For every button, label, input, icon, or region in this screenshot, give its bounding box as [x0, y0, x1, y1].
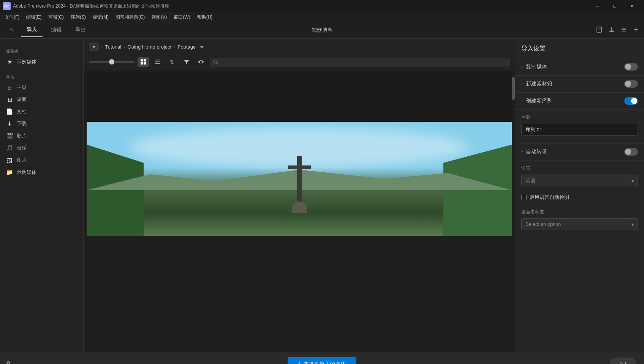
size-slider-track[interactable]	[89, 61, 134, 63]
list-view-button[interactable]	[152, 57, 163, 67]
menu-clip[interactable]: 剪辑(C)	[45, 13, 67, 22]
create-sequence-toggle[interactable]	[624, 97, 638, 105]
new-bin-label: 新建素材箱	[526, 80, 552, 87]
export-icon[interactable]	[608, 26, 615, 35]
search-box[interactable]	[210, 58, 510, 66]
minimize-button[interactable]: ─	[589, 0, 606, 12]
thumbnail-top-area	[87, 72, 512, 122]
visibility-button[interactable]	[195, 57, 207, 67]
auto-transcribe-toggle[interactable]	[624, 148, 638, 156]
menu-sequence[interactable]: 序列(S)	[68, 13, 89, 22]
search-icon	[213, 59, 218, 65]
menu-help[interactable]: 帮助(H)	[194, 13, 216, 22]
sidebar-item-label: 桌面	[17, 96, 27, 103]
sidebar-item-label: 下载	[17, 120, 27, 127]
sequence-name-label: 名称	[521, 114, 638, 121]
new-bin-toggle[interactable]	[624, 80, 638, 88]
svg-line-13	[217, 63, 218, 64]
nav-center-title: 知软博客	[312, 27, 333, 34]
document-icon: 📄	[6, 108, 13, 115]
collapse-icon[interactable]	[633, 26, 639, 35]
downloads-icon: ⬇	[6, 120, 13, 127]
auto-detect-checkbox[interactable]	[521, 195, 527, 200]
menu-marker[interactable]: 标记(M)	[90, 13, 112, 22]
menu-view[interactable]: 视图(V)	[149, 13, 170, 22]
menu-graphics[interactable]: 图形和标题(G)	[112, 13, 148, 22]
copy-media-row[interactable]: › 复制媒体	[515, 58, 644, 75]
svg-point-11	[200, 61, 202, 63]
maximize-button[interactable]: □	[606, 0, 623, 12]
sidebar-item-pictures[interactable]: 🖼 图片	[0, 154, 83, 166]
scrollbar-thumb[interactable]	[512, 77, 515, 100]
svg-rect-6	[144, 62, 146, 65]
breadcrumb-tutorial[interactable]: Tutorial	[105, 44, 121, 50]
speaker-select-wrapper: Select an option	[521, 218, 638, 230]
sidebar-item-movies[interactable]: 🎬 影片	[0, 130, 83, 142]
auto-transcribe-section: › 自动转录 语言 英语 启用语言自动检测	[515, 143, 644, 235]
svg-rect-2	[597, 27, 601, 32]
language-select-wrapper: 英语	[521, 175, 638, 186]
right-panel: 导入设置 › 复制媒体 › 新建素材箱	[515, 39, 644, 352]
import-button[interactable]: 导入	[610, 358, 636, 364]
svg-rect-5	[141, 62, 143, 65]
center-panel: ▾ › Tutorial › Going Home project › Foot…	[84, 39, 515, 352]
sidebar-item-label: 主页	[17, 84, 27, 91]
speaker-tag-select[interactable]: Select an option	[521, 218, 638, 230]
menu-edit[interactable]: 编辑(E)	[23, 13, 44, 22]
folder-dropdown-button[interactable]: ▾	[89, 43, 99, 51]
grid-view-button[interactable]	[138, 57, 149, 67]
tab-edit[interactable]: 编辑	[46, 24, 67, 37]
size-slider-container[interactable]	[89, 61, 134, 63]
main-area: 收藏夹 ★ 示例媒体 本地 ⌂ 主页 🖥 桌面 📄 文档 ⬇ 下载 🎬 影片 🎵…	[0, 39, 644, 352]
svg-point-12	[214, 60, 217, 63]
sidebar-item-documents[interactable]: 📄 文档	[0, 106, 83, 118]
language-select[interactable]: 英语	[521, 175, 638, 186]
notice-text: 选择要导入的媒体	[303, 361, 346, 364]
copy-media-section: › 复制媒体	[515, 58, 644, 75]
search-input[interactable]	[221, 59, 506, 65]
title-bar: Pr Adobe Premiere Pro 2024 - D:\视频编辑\如何恢…	[0, 0, 644, 12]
media-area	[84, 69, 515, 352]
sort-button[interactable]: ⇅	[166, 57, 178, 67]
language-subsection: 语言 英语	[515, 160, 644, 191]
tab-export[interactable]: 导出	[70, 24, 91, 37]
menu-bar: 文件(F) 编辑(E) 剪辑(C) 序列(S) 标记(M) 图形和标题(G) 视…	[0, 12, 644, 22]
cross-base	[292, 202, 307, 213]
menu-window[interactable]: 窗口(W)	[171, 13, 193, 22]
sidebar-item-sample-media[interactable]: ★ 示例媒体	[0, 56, 83, 68]
folder-icon: 📁	[6, 169, 13, 176]
trees-right	[443, 145, 512, 236]
favorites-label: 收藏夹	[0, 46, 83, 56]
sidebar-item-home[interactable]: ⌂ 主页	[0, 81, 83, 93]
create-sequence-label: 创建新序列	[526, 98, 552, 104]
breadcrumb-footage[interactable]: Footage	[178, 44, 196, 50]
svg-rect-9	[155, 63, 160, 64]
menu-file[interactable]: 文件(F)	[2, 13, 22, 22]
auto-detect-row[interactable]: 启用语言自动检测	[515, 191, 644, 204]
toolbar: ⇅	[84, 55, 515, 69]
auto-transcribe-row[interactable]: › 自动转录	[515, 143, 644, 160]
sidebar-item-music[interactable]: 🎵 音乐	[0, 142, 83, 154]
filter-button[interactable]	[181, 57, 192, 67]
auto-transcribe-label: 自动转录	[526, 148, 547, 155]
nav-home-button[interactable]: ⌂	[5, 24, 18, 37]
title-controls: ─ □ ✕	[589, 0, 641, 12]
create-sequence-row[interactable]: › 创建新序列	[515, 93, 644, 109]
close-button[interactable]: ✕	[623, 0, 641, 12]
sidebar-item-desktop[interactable]: 🖥 桌面	[0, 93, 83, 106]
sequence-name-input[interactable]	[521, 124, 638, 136]
new-bin-row[interactable]: › 新建素材箱	[515, 76, 644, 92]
sidebar-item-sample-media-local[interactable]: 📁 示例媒体	[0, 166, 83, 178]
create-sequence-section: › 创建新序列 名称	[515, 92, 644, 140]
auto-transcribe-chevron: ›	[519, 151, 525, 153]
menu-icon[interactable]	[620, 26, 627, 35]
new-project-icon[interactable]	[596, 26, 603, 35]
sidebar-item-downloads[interactable]: ⬇ 下载	[0, 118, 83, 130]
sidebar: 收藏夹 ★ 示例媒体 本地 ⌂ 主页 🖥 桌面 📄 文档 ⬇ 下载 🎬 影片 🎵…	[0, 39, 84, 352]
copy-media-toggle[interactable]	[624, 63, 638, 71]
import-notice-button[interactable]: ℹ 选择要导入的媒体	[288, 357, 356, 364]
size-slider-thumb[interactable]	[109, 59, 114, 65]
favorite-star-icon[interactable]: ★	[199, 44, 204, 50]
breadcrumb-project[interactable]: Going Home project	[128, 44, 172, 50]
tab-import[interactable]: 导入	[21, 24, 43, 37]
